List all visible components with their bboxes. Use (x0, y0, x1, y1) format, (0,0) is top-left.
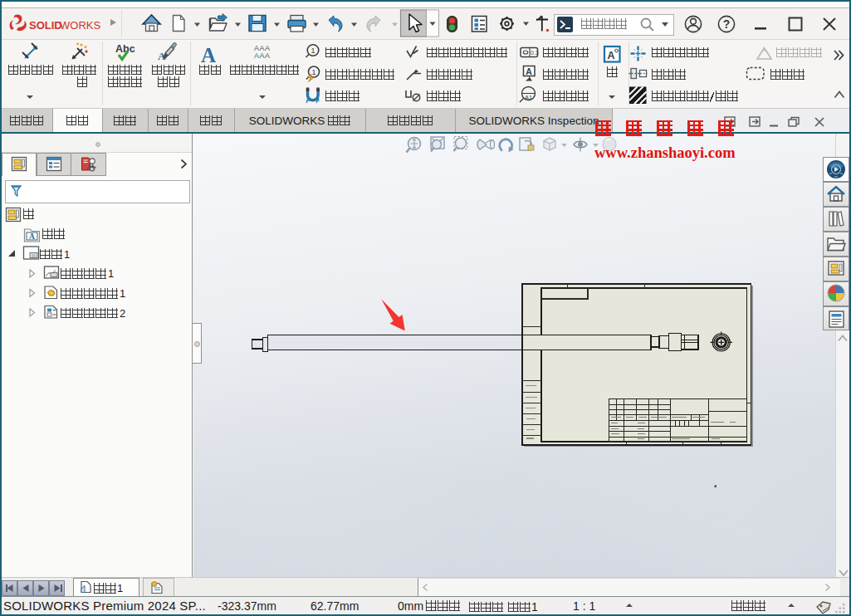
svg-text:WORKS: WORKS (60, 19, 100, 32)
svg-text:A1: A1 (525, 94, 532, 101)
svg-text:A: A (254, 51, 259, 60)
svg-text:1: 1 (311, 68, 315, 76)
svg-text:A: A (607, 50, 614, 61)
svg-text:?: ? (723, 17, 731, 31)
svg-text:0.3: 0.3 (531, 50, 539, 56)
svg-text:1: 1 (311, 46, 315, 55)
svg-text:A: A (201, 44, 216, 66)
svg-text:A: A (526, 66, 532, 76)
svg-text:A: A (29, 232, 35, 241)
svg-text:SOLID: SOLID (29, 19, 62, 32)
svg-text:AA: AA (260, 51, 271, 60)
